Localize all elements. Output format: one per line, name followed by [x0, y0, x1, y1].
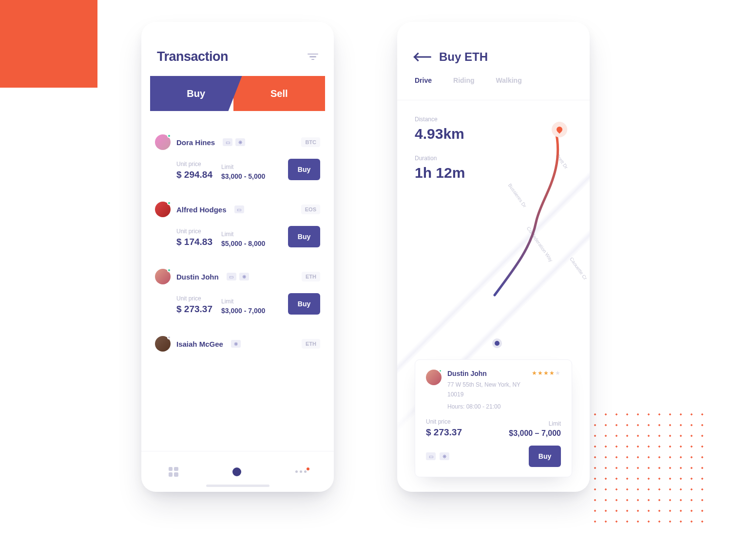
buy-button[interactable]: Buy: [288, 226, 320, 247]
back-icon[interactable]: [415, 54, 431, 60]
segment-sell[interactable]: Sell: [233, 76, 326, 111]
unit-price-value: $ 273.37: [176, 304, 212, 315]
card-icon: ▭: [227, 273, 236, 280]
seller-name: Alfred Hodges: [176, 205, 227, 214]
unit-price-label: Unit price: [426, 418, 509, 425]
transaction-list: Dora Hines ▭❋ BTC Unit price $ 294.84 Li…: [141, 126, 334, 451]
map-pin-end-icon: [495, 341, 500, 346]
route-path: [468, 115, 580, 319]
seller-name: Dustin John: [447, 370, 526, 377]
limit-value: $3,000 - 5,000: [221, 172, 265, 180]
seller-name: Dora Hines: [176, 138, 215, 147]
home-indicator: [206, 485, 269, 487]
mode-tab-riding[interactable]: Riding: [453, 76, 475, 91]
tab-more-icon[interactable]: [295, 470, 307, 473]
unit-price-value: $ 294.84: [176, 169, 212, 180]
mode-tab-walking[interactable]: Walking: [496, 76, 522, 91]
wechat-icon: ❋: [239, 273, 249, 280]
buy-sell-segmented: Buy Sell: [150, 76, 325, 111]
page-title: Transaction: [157, 49, 228, 64]
seller-hours: Hours: 08:00 - 21:00: [447, 402, 526, 411]
list-item[interactable]: Dora Hines ▭❋ BTC Unit price $ 294.84 Li…: [150, 126, 325, 191]
card-icon: ▭: [223, 138, 232, 146]
coin-tag: ETH: [302, 272, 320, 281]
limit-value: $5,000 - 8,000: [221, 240, 265, 247]
phone-buy-detail: Buy ETH DriveRidingWalking Distance 4.93…: [397, 22, 590, 492]
avatar: [155, 269, 171, 284]
wechat-icon: ❋: [231, 340, 241, 348]
travel-mode-tabs: DriveRidingWalking: [397, 76, 590, 100]
seller-card: Dustin John 77 W 55th St, New York, NY 1…: [415, 359, 572, 477]
filter-icon[interactable]: [308, 53, 318, 61]
tab-grid-icon[interactable]: [169, 467, 178, 477]
list-item[interactable]: Alfred Hodges ▭ EOS Unit price $ 174.83 …: [150, 193, 325, 258]
map-area: Distance 4.93km Duration 1h 12m Brett Dr…: [397, 100, 590, 492]
seller-name: Isaiah McGee: [176, 340, 223, 348]
buy-button[interactable]: Buy: [529, 446, 561, 467]
limit-label: Limit: [221, 231, 265, 238]
map-pin-start-icon: [552, 122, 567, 137]
wechat-icon: ❋: [235, 138, 245, 146]
coin-tag: BTC: [301, 137, 320, 147]
limit-value: $3,000 – 7,000: [509, 429, 561, 438]
card-icon: ▭: [426, 452, 436, 460]
unit-price-label: Unit price: [176, 228, 212, 235]
unit-price-label: Unit price: [176, 161, 212, 168]
phone-transaction: Transaction Buy Sell Dora Hines ▭❋ BTC U…: [141, 22, 334, 492]
unit-price-value: $ 273.37: [426, 427, 509, 438]
segment-buy[interactable]: Buy: [150, 76, 242, 111]
limit-label: Limit: [221, 298, 265, 305]
coin-tag: EOS: [301, 205, 320, 214]
list-item[interactable]: Dustin John ▭❋ ETH Unit price $ 273.37 L…: [150, 260, 325, 325]
avatar: [426, 370, 442, 385]
mode-tab-drive[interactable]: Drive: [415, 76, 432, 91]
tab-center-icon[interactable]: [232, 467, 241, 476]
avatar: [155, 202, 171, 217]
coin-tag: ETH: [302, 339, 320, 349]
page-title: Buy ETH: [439, 50, 488, 64]
avatar: [155, 336, 171, 352]
buy-button[interactable]: Buy: [288, 293, 320, 315]
buy-button[interactable]: Buy: [288, 159, 320, 180]
limit-label: Limit: [509, 420, 561, 427]
bottom-tabbar: [141, 451, 334, 492]
wechat-icon: ❋: [440, 452, 449, 460]
unit-price-label: Unit price: [176, 295, 212, 302]
rating-stars: ★★★★★: [532, 370, 561, 411]
unit-price-value: $ 174.83: [176, 237, 212, 247]
limit-label: Limit: [221, 164, 265, 170]
seller-address: 77 W 55th St, New York, NY 10019: [447, 380, 526, 399]
notification-dot: [307, 467, 309, 470]
seller-name: Dustin John: [176, 273, 219, 281]
list-item[interactable]: Isaiah McGee ❋ ETH: [150, 327, 325, 362]
card-icon: ▭: [234, 205, 244, 213]
limit-value: $3,000 - 7,000: [221, 307, 265, 315]
avatar: [155, 134, 171, 150]
